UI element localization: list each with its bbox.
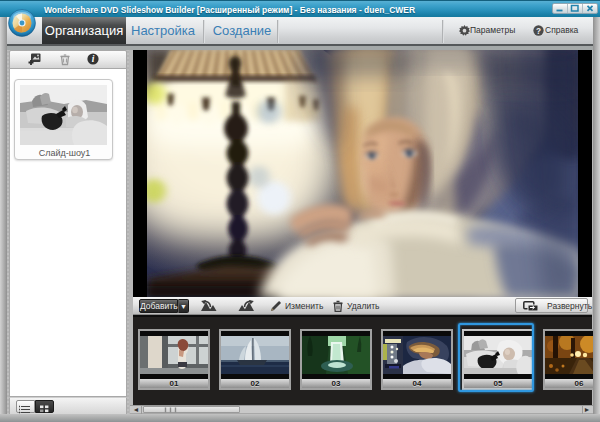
- svg-text:i: i: [92, 54, 95, 64]
- svg-text:?: ?: [536, 27, 541, 36]
